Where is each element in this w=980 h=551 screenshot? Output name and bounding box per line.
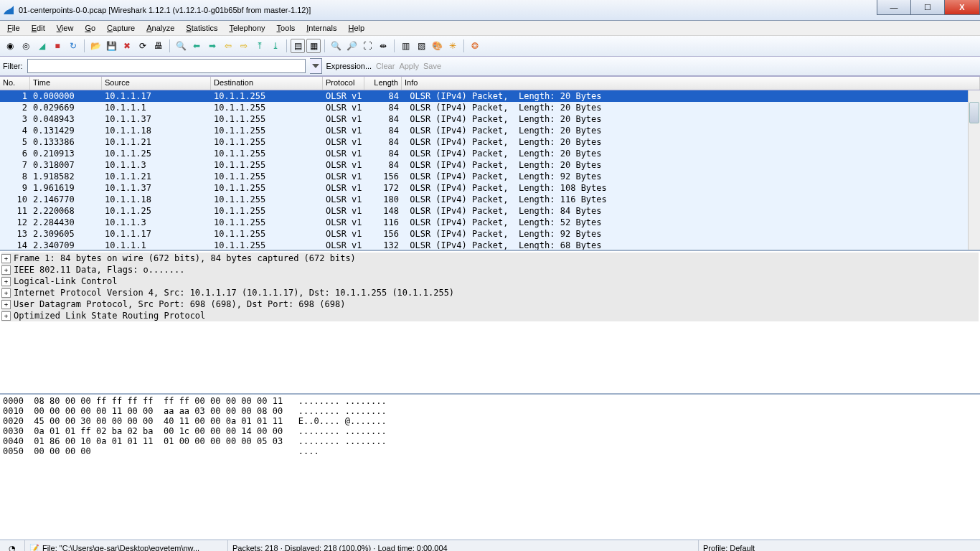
detail-row[interactable]: +IEEE 802.11 Data, Flags: o.......	[1, 264, 979, 276]
table-row[interactable]: 112.22006810.1.1.2510.1.1.255OLSR v1148 …	[0, 205, 980, 217]
display-filters-icon[interactable]: ▧	[414, 39, 428, 53]
menu-help[interactable]: Help	[342, 22, 370, 34]
restart-capture-icon[interactable]: ↻	[66, 39, 80, 53]
table-row[interactable]: 60.21091310.1.1.2510.1.1.255OLSR v184 OL…	[0, 148, 980, 159]
table-row[interactable]: 50.13338610.1.1.2110.1.1.255OLSR v184 OL…	[0, 136, 980, 148]
filter-input[interactable]	[27, 59, 306, 73]
next-icon[interactable]: ➡	[205, 39, 220, 53]
detail-row[interactable]: +User Datagram Protocol, Src Port: 698 (…	[1, 298, 979, 310]
close-button[interactable]: X	[944, 0, 980, 15]
menu-view[interactable]: View	[51, 22, 80, 34]
col-time[interactable]: Time	[30, 77, 102, 90]
toolbar-sep	[169, 39, 170, 52]
packet-details[interactable]: +Frame 1: 84 bytes on wire (672 bits), 8…	[0, 251, 980, 395]
table-row[interactable]: 30.04894310.1.1.3710.1.1.255OLSR v184 OL…	[0, 113, 980, 125]
autoscroll-icon[interactable]: ▦	[306, 39, 321, 53]
zoom-out-icon[interactable]: 🔎	[344, 39, 359, 53]
apply-button[interactable]: Apply	[399, 62, 419, 70]
save-icon[interactable]: 💾	[104, 39, 118, 53]
window-titlebar: 01-centerpoints-0-0.pcap [Wireshark 1.12…	[0, 0, 980, 21]
filter-dropdown-button[interactable]	[310, 58, 322, 74]
zoom-in-icon[interactable]: 🔍	[329, 39, 343, 53]
toolbar-sep	[84, 39, 85, 52]
packet-list[interactable]: 10.00000010.1.1.1710.1.1.255OLSR v184 OL…	[0, 90, 980, 251]
table-row[interactable]: 132.30960510.1.1.1710.1.1.255OLSR v1156 …	[0, 228, 980, 240]
wireshark-icon	[3, 4, 14, 16]
go-first-icon[interactable]: ⤒	[253, 39, 267, 53]
zoom-reset-icon[interactable]: ⛶	[360, 39, 374, 53]
chevron-down-icon	[312, 64, 319, 68]
close-file-icon[interactable]: ✖	[120, 39, 134, 53]
preferences-icon[interactable]: ✳	[446, 39, 460, 53]
save-button[interactable]: Save	[423, 62, 441, 70]
table-row[interactable]: 142.34070910.1.1.110.1.1.255OLSR v1132 O…	[0, 240, 980, 251]
menu-statistics[interactable]: Statistics	[180, 22, 223, 34]
table-row[interactable]: 40.13142910.1.1.1810.1.1.255OLSR v184 OL…	[0, 125, 980, 136]
toolbar-sep	[324, 39, 325, 52]
col-src[interactable]: Source	[102, 77, 211, 90]
detail-row[interactable]: +Frame 1: 84 bytes on wire (672 bits), 8…	[1, 253, 979, 264]
coloring-rules-icon[interactable]: 🎨	[430, 39, 444, 53]
expand-icon[interactable]: +	[1, 254, 11, 263]
status-file[interactable]: 📝File: "C:\Users\ge-sar\Desktop\egyetem\…	[25, 540, 228, 551]
expert-info-icon[interactable]: ◔	[0, 540, 25, 551]
reload-icon[interactable]: ⟳	[136, 39, 150, 53]
table-row[interactable]: 81.91858210.1.1.2110.1.1.255OLSR v1156 O…	[0, 171, 980, 182]
status-bar: ◔ 📝File: "C:\Users\ge-sar\Desktop\egyete…	[0, 540, 980, 551]
menu-capture[interactable]: Capture	[101, 22, 141, 34]
menu-go[interactable]: Go	[79, 22, 101, 34]
capture-filters-icon[interactable]: ▥	[398, 39, 413, 53]
col-len[interactable]: Length	[364, 77, 402, 90]
options-icon[interactable]: ◎	[19, 39, 33, 53]
menu-edit[interactable]: Edit	[26, 22, 51, 34]
scrollbar-thumb[interactable]	[969, 102, 979, 123]
menu-internals[interactable]: Internals	[301, 22, 342, 34]
col-no[interactable]: No.	[0, 77, 30, 90]
window-title: 01-centerpoints-0-0.pcap [Wireshark 1.12…	[19, 6, 311, 14]
col-info[interactable]: Info	[402, 77, 980, 90]
table-row[interactable]: 102.14677010.1.1.1810.1.1.255OLSR v1180 …	[0, 194, 980, 205]
prev-icon[interactable]: ⬅	[189, 39, 204, 53]
menu-analyze[interactable]: Analyze	[141, 22, 180, 34]
colorize-icon[interactable]: ▤	[291, 39, 305, 53]
scrollbar[interactable]	[968, 90, 980, 250]
expand-icon[interactable]: +	[1, 311, 11, 321]
stop-capture-icon[interactable]: ■	[50, 39, 65, 53]
expand-icon[interactable]: +	[1, 265, 11, 275]
col-dst[interactable]: Destination	[211, 77, 323, 90]
go-prev-icon[interactable]: ⇦	[221, 39, 235, 53]
menu-file[interactable]: File	[1, 22, 26, 34]
packet-list-header: No. Time Source Destination Protocol Len…	[0, 76, 980, 90]
packet-bytes[interactable]: 0000 08 80 00 00 ff ff ff ff ff ff 00 00…	[0, 395, 980, 540]
resize-cols-icon[interactable]: ⇹	[376, 39, 390, 53]
find-icon[interactable]: 🔍	[174, 39, 188, 53]
table-row[interactable]: 122.28443010.1.1.310.1.1.255OLSR v1116 O…	[0, 217, 980, 228]
col-proto[interactable]: Protocol	[323, 77, 364, 90]
expand-icon[interactable]: +	[1, 277, 11, 286]
menu-telephony[interactable]: Telephony	[223, 22, 270, 34]
table-row[interactable]: 10.00000010.1.1.1710.1.1.255OLSR v184 OL…	[0, 90, 980, 102]
menu-tools[interactable]: Tools	[271, 22, 301, 34]
detail-row[interactable]: +Internet Protocol Version 4, Src: 10.1.…	[1, 287, 979, 298]
toolbar-sep	[394, 39, 395, 52]
interfaces-icon[interactable]: ◉	[3, 39, 17, 53]
table-row[interactable]: 70.31800710.1.1.310.1.1.255OLSR v184 OLS…	[0, 159, 980, 171]
table-row[interactable]: 20.02966910.1.1.110.1.1.255OLSR v184 OLS…	[0, 102, 980, 113]
maximize-button[interactable]: ☐	[910, 0, 945, 15]
expand-icon[interactable]: +	[1, 300, 11, 309]
clear-button[interactable]: Clear	[376, 62, 395, 70]
go-last-icon[interactable]: ⤓	[268, 39, 283, 53]
status-profile[interactable]: Profile: Default	[699, 540, 980, 551]
toolbar-sep	[286, 39, 287, 52]
detail-row[interactable]: +Optimized Link State Routing Protocol	[1, 310, 979, 321]
expression-button[interactable]: Expression...	[326, 62, 372, 70]
help-icon[interactable]: ❂	[468, 39, 482, 53]
minimize-button[interactable]: —	[877, 0, 911, 15]
expand-icon[interactable]: +	[1, 288, 11, 298]
print-icon[interactable]: 🖶	[151, 39, 166, 53]
start-capture-icon[interactable]: ◢	[34, 39, 49, 53]
go-next-icon[interactable]: ⇨	[237, 39, 251, 53]
detail-row[interactable]: +Logical-Link Control	[1, 276, 979, 287]
table-row[interactable]: 91.96161910.1.1.3710.1.1.255OLSR v1172 O…	[0, 182, 980, 194]
open-icon[interactable]: 📂	[88, 39, 103, 53]
